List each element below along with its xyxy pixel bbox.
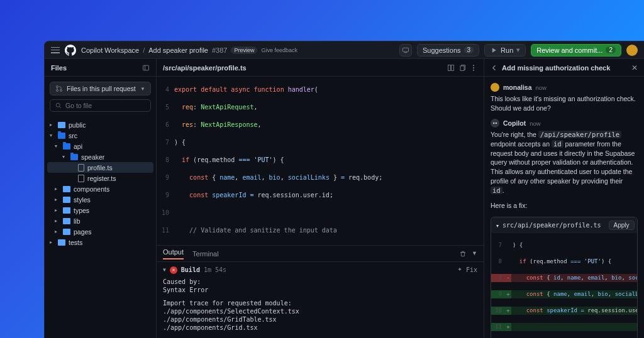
svg-point-3	[57, 90, 58, 92]
panel-icon[interactable]	[142, 64, 150, 72]
tree-folder-api[interactable]: ▾api	[47, 141, 153, 151]
svg-point-9	[473, 65, 474, 66]
tree-folder-public[interactable]: ▸public	[47, 119, 153, 130]
bot-message: You're right, the /api/speaker/profile e…	[491, 130, 638, 195]
svg-point-13	[496, 123, 497, 124]
tree-folder-lib[interactable]: ▸lib	[47, 215, 153, 226]
tree-folder-speaker[interactable]: ▾speaker	[47, 151, 153, 162]
code-editor[interactable]: 4export default async function handler( …	[157, 77, 484, 245]
task-number: #387	[212, 46, 227, 54]
svg-point-5	[56, 103, 60, 107]
breadcrumb: Copilot Workspace / Add speaker profile …	[81, 46, 297, 54]
preview-badge: Preview	[231, 46, 257, 54]
trash-icon[interactable]	[459, 250, 467, 258]
hamburger-icon[interactable]	[51, 47, 60, 53]
files-heading: Files	[51, 64, 67, 72]
svg-point-11	[473, 69, 474, 70]
svg-point-2	[57, 86, 58, 88]
tree-folder-pages[interactable]: ▸pages	[47, 226, 153, 237]
monitor-icon[interactable]	[399, 44, 412, 57]
tree-folder-types[interactable]: ▸types	[47, 205, 153, 215]
author-name: monalisa	[503, 84, 532, 91]
author-name: Copilot	[503, 119, 526, 127]
svg-rect-8	[460, 66, 464, 71]
chevron-down-icon[interactable]: ▼	[472, 250, 477, 258]
terminal-output: ▼ ✕ Build 1m 54s Fix Caused by: Syntax E…	[157, 262, 484, 338]
tree-folder-styles[interactable]: ▸styles	[47, 194, 153, 205]
kebab-icon[interactable]	[470, 64, 477, 72]
review-commit-button[interactable]: Review and commit... 2	[531, 44, 621, 57]
svg-point-10	[473, 67, 474, 68]
build-fail-icon: ✕	[170, 266, 177, 274]
tree-folder-components[interactable]: ▸components	[47, 183, 153, 194]
user-message: This looks like it's missing an authoriz…	[491, 94, 638, 112]
run-button[interactable]: Run ▾	[484, 44, 526, 57]
sparkle-icon	[456, 266, 464, 274]
tree-file-profile[interactable]: profile.ts	[47, 162, 153, 173]
back-arrow-icon[interactable]	[491, 64, 498, 72]
diff-icon[interactable]	[447, 64, 455, 72]
suggestions-button[interactable]: Suggestions 3	[417, 44, 479, 57]
tree-folder-src[interactable]: ▾src	[47, 130, 153, 141]
search-icon	[55, 102, 62, 109]
tab-output[interactable]: Output	[163, 248, 184, 259]
diff-filename: src/api/speaker/profile.ts	[502, 222, 601, 229]
editor-file-path: /src/api/speaker/profile.ts	[163, 64, 247, 72]
tree-folder-tests[interactable]: ▸tests	[47, 237, 153, 248]
user-avatar[interactable]	[626, 45, 638, 56]
file-filter-dropdown[interactable]: Files in this pull request ▼	[50, 82, 151, 95]
bot-message-fix: Here is a fix:	[491, 201, 638, 210]
file-search-input[interactable]: Go to file	[50, 99, 151, 112]
copilot-avatar-icon	[491, 119, 499, 128]
timestamp: now	[530, 120, 540, 127]
timestamp: now	[536, 84, 547, 91]
tab-terminal[interactable]: Terminal	[192, 250, 219, 258]
chevron-down-icon[interactable]: ▼	[163, 266, 166, 274]
chevron-down-icon[interactable]	[496, 222, 499, 229]
pull-request-icon	[55, 85, 63, 92]
workspace-name[interactable]: Copilot Workspace	[81, 46, 139, 54]
panel-title: Add missing authorization check	[502, 64, 628, 72]
diff-suggestion: src/api/speaker/profile.ts Apply 7) { 8 …	[491, 217, 638, 338]
svg-rect-6	[448, 65, 451, 70]
review-count: 2	[606, 46, 616, 53]
fix-button[interactable]: Fix	[456, 266, 477, 274]
tree-file-register[interactable]: register.ts	[47, 173, 153, 183]
svg-rect-1	[143, 65, 149, 70]
close-icon[interactable]: ✕	[631, 63, 638, 72]
feedback-link[interactable]: Give feedback	[261, 47, 297, 53]
svg-point-4	[60, 90, 62, 92]
build-label: Build	[181, 266, 200, 274]
github-logo-icon	[65, 45, 76, 56]
build-time: 1m 54s	[204, 266, 226, 274]
svg-point-12	[493, 123, 495, 124]
copy-icon[interactable]	[458, 64, 466, 72]
user-avatar-small	[491, 83, 499, 92]
svg-rect-7	[452, 65, 454, 70]
chevron-down-icon: ▼	[140, 86, 145, 92]
apply-button[interactable]: Apply	[609, 221, 635, 230]
svg-rect-0	[402, 48, 408, 52]
suggestions-count: 3	[464, 46, 474, 53]
task-name[interactable]: Add speaker profile	[148, 46, 208, 54]
